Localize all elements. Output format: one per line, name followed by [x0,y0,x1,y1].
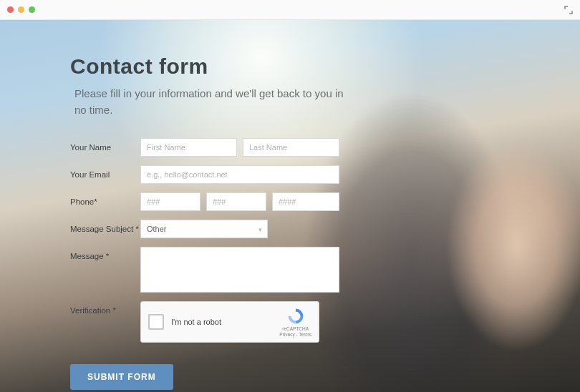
submit-row: SUBMIT FORM [70,364,580,390]
subject-row: Message Subject * Other ▾ [70,220,580,238]
window-titlebar [0,0,580,20]
email-input[interactable] [140,165,339,184]
recaptcha-branding: reCAPTCHA Privacy - Terms [279,307,311,336]
recaptcha-logo-icon [286,307,305,325]
recaptcha-label: I'm not a robot [171,318,272,326]
name-label: Your Name [70,138,140,152]
first-name-input[interactable] [140,138,237,157]
contact-form: Your Name Your Email Phone* [70,138,580,390]
close-window-button[interactable] [7,6,14,13]
email-label: Your Email [70,165,140,179]
phone-part2-input[interactable] [206,192,266,211]
phone-row: Phone* [70,192,580,211]
minimize-window-button[interactable] [18,6,24,13]
verification-label: Verification * [70,301,140,315]
subject-select[interactable]: Other [140,220,268,238]
recaptcha-checkbox[interactable] [148,314,164,330]
page-subtitle: Please fill in your information and we'l… [70,86,357,118]
verification-row: Verification * I'm not a robot reCAPTCHA [70,301,580,343]
submit-button[interactable]: SUBMIT FORM [70,364,173,390]
email-row: Your Email [70,165,580,184]
phone-label: Phone* [70,192,140,206]
phone-part3-input[interactable] [272,192,339,211]
recaptcha-widget: I'm not a robot reCAPTCHA Privacy - Term… [140,301,319,343]
last-name-input[interactable] [243,138,339,157]
phone-part1-input[interactable] [140,192,200,211]
message-label: Message * [70,247,140,260]
traffic-lights [7,6,35,13]
expand-icon[interactable] [564,6,573,16]
maximize-window-button[interactable] [29,6,35,13]
name-row: Your Name [70,138,580,157]
page-title: Contact form [70,54,580,79]
subject-label: Message Subject * [70,220,140,233]
message-row: Message * [70,247,580,293]
page-viewport: Contact form Please fill in your informa… [0,20,580,392]
message-textarea[interactable] [140,247,339,293]
